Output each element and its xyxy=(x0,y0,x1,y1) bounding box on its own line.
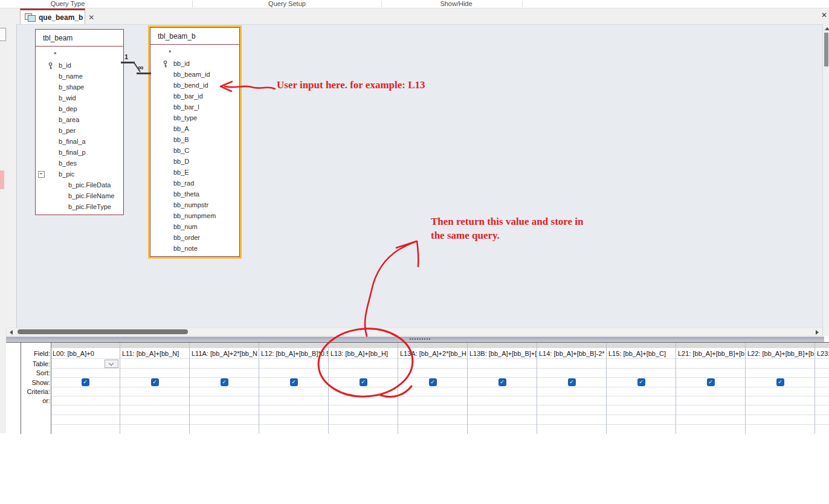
sort-cell[interactable] xyxy=(259,369,328,378)
table-field-row[interactable]: b_shape xyxy=(36,82,123,92)
table-field-row[interactable]: b_per xyxy=(36,125,123,136)
column-selector-header[interactable] xyxy=(398,343,467,349)
column-selector-header[interactable] xyxy=(537,343,606,349)
show-checkbox[interactable]: ✓ xyxy=(221,378,228,386)
table-field-row[interactable]: * xyxy=(36,49,123,60)
sort-cell[interactable] xyxy=(537,369,606,378)
table-field-row[interactable]: bb_id xyxy=(150,58,239,69)
column-selector-header[interactable] xyxy=(746,343,814,349)
empty-cell[interactable] xyxy=(746,415,814,425)
table-field-row[interactable]: bb_order xyxy=(150,232,239,243)
horizontal-scrollbar-thumb[interactable] xyxy=(18,329,188,334)
column-selector-header[interactable] xyxy=(190,343,259,349)
or-cell[interactable] xyxy=(537,396,606,405)
empty-cell[interactable] xyxy=(329,405,398,415)
field-cell[interactable]: L12: [bb_A]+[bb_B]*0.5 xyxy=(259,349,328,359)
or-cell[interactable] xyxy=(51,396,120,405)
table-field-row[interactable]: b_pic.FileData xyxy=(36,179,123,190)
empty-cell[interactable] xyxy=(537,415,606,425)
empty-cell[interactable] xyxy=(676,425,745,434)
table-cell[interactable] xyxy=(537,359,606,369)
table-cell[interactable] xyxy=(746,359,814,369)
collapse-expander-icon[interactable] xyxy=(38,171,45,178)
show-checkbox[interactable]: ✓ xyxy=(637,378,645,386)
show-cell[interactable]: ✓ xyxy=(746,378,814,387)
field-cell[interactable]: L13: [bb_A]+[bb_H] xyxy=(329,349,398,359)
criteria-cell[interactable] xyxy=(607,387,676,396)
empty-cell[interactable] xyxy=(259,405,328,415)
empty-cell[interactable] xyxy=(120,405,189,415)
table-field-row[interactable]: bb_numpmem xyxy=(150,210,239,221)
or-cell[interactable] xyxy=(120,396,189,405)
empty-cell[interactable] xyxy=(468,415,537,425)
criteria-cell[interactable] xyxy=(190,387,259,396)
show-cell[interactable]: ✓ xyxy=(51,378,120,387)
empty-cell[interactable] xyxy=(537,425,606,434)
empty-cell[interactable] xyxy=(190,425,259,434)
collapsed-pane-handle[interactable] xyxy=(0,28,6,41)
tab-close-icon[interactable]: ✕ xyxy=(88,13,94,22)
column-selector-header[interactable] xyxy=(329,343,398,349)
table-field-row[interactable]: bb_E xyxy=(150,167,239,178)
table-field-row[interactable]: bb_D xyxy=(150,156,239,167)
table-field-row[interactable]: b_wid xyxy=(36,92,123,103)
or-cell[interactable] xyxy=(190,396,259,405)
table-field-row[interactable]: bb_B xyxy=(150,134,239,145)
table-field-row[interactable]: b_dep xyxy=(36,103,123,114)
table-cell[interactable] xyxy=(259,359,328,369)
criteria-cell[interactable] xyxy=(468,387,537,396)
sort-cell[interactable] xyxy=(676,369,745,378)
empty-cell[interactable] xyxy=(329,425,398,434)
field-cell[interactable]: L13B: [bb_A]+[bb_B]+[ xyxy=(468,349,537,359)
empty-cell[interactable] xyxy=(398,425,467,434)
column-selector-header[interactable] xyxy=(815,343,829,349)
empty-cell[interactable] xyxy=(120,425,189,434)
show-cell[interactable]: ✓ xyxy=(259,378,328,387)
sort-cell[interactable] xyxy=(329,369,398,378)
show-cell[interactable]: ✓ xyxy=(468,378,537,387)
sort-cell[interactable] xyxy=(398,369,467,378)
table-field-row[interactable]: bb_theta xyxy=(150,189,239,199)
empty-cell[interactable] xyxy=(398,415,467,425)
or-cell[interactable] xyxy=(815,396,829,405)
show-checkbox[interactable]: ✓ xyxy=(707,378,715,386)
show-checkbox[interactable]: ✓ xyxy=(360,378,367,386)
show-cell[interactable]: ✓ xyxy=(329,378,398,387)
field-cell[interactable]: L00: [bb_A]+0 xyxy=(51,349,120,359)
field-cell[interactable]: L11: [bb_A]+[bb_N] xyxy=(120,349,189,359)
scroll-up-icon[interactable] xyxy=(825,27,829,30)
criteria-cell[interactable] xyxy=(329,387,398,396)
empty-cell[interactable] xyxy=(815,425,829,434)
vertical-scrollbar[interactable] xyxy=(822,24,829,336)
empty-cell[interactable] xyxy=(120,415,189,425)
sort-cell[interactable] xyxy=(815,369,829,378)
empty-cell[interactable] xyxy=(676,415,745,425)
show-checkbox[interactable]: ✓ xyxy=(498,378,506,386)
show-checkbox[interactable]: ✓ xyxy=(290,378,298,386)
show-cell[interactable]: ✓ xyxy=(398,378,467,387)
table-field-row[interactable]: b_des xyxy=(36,158,123,169)
or-cell[interactable] xyxy=(607,396,676,405)
empty-cell[interactable] xyxy=(190,405,259,415)
criteria-cell[interactable] xyxy=(51,387,120,396)
table-cell[interactable] xyxy=(51,359,120,369)
criteria-cell[interactable] xyxy=(746,387,814,396)
table-cell[interactable] xyxy=(398,359,467,369)
sort-cell[interactable] xyxy=(746,369,814,378)
empty-cell[interactable] xyxy=(815,405,829,415)
column-selector-header[interactable] xyxy=(120,343,189,349)
show-checkbox[interactable]: ✓ xyxy=(568,378,576,386)
scroll-right-icon[interactable] xyxy=(816,330,819,335)
show-checkbox[interactable]: ✓ xyxy=(429,378,437,386)
table-field-row[interactable]: b_final_a xyxy=(36,136,123,147)
table-field-row[interactable]: bb_type xyxy=(150,112,239,123)
table-field-row[interactable]: b_pic.FileName xyxy=(36,190,123,201)
table-field-row[interactable]: bb_beam_id xyxy=(150,69,239,80)
criteria-cell[interactable] xyxy=(398,387,467,396)
criteria-cell[interactable] xyxy=(815,387,829,396)
table-cell[interactable] xyxy=(120,359,189,369)
table-field-row[interactable]: b_id xyxy=(36,60,123,71)
sort-cell[interactable] xyxy=(120,369,189,378)
table-field-row[interactable]: b_pic xyxy=(36,169,123,179)
empty-cell[interactable] xyxy=(51,425,120,434)
